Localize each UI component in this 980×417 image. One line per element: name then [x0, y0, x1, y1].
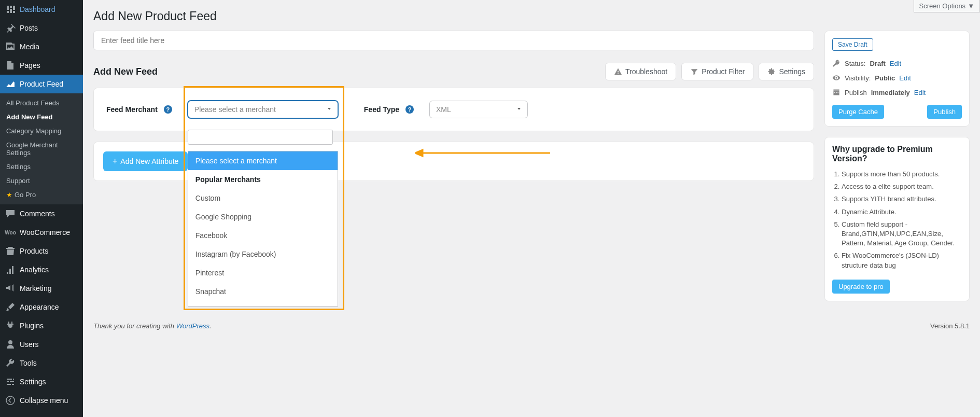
- merchant-option[interactable]: Pinterest: [188, 263, 338, 282]
- help-icon[interactable]: ?: [405, 105, 414, 114]
- edit-status-link[interactable]: Edit: [890, 60, 901, 67]
- sidebar-item-appearance[interactable]: Appearance: [0, 298, 83, 316]
- merchant-option[interactable]: Custom: [188, 189, 338, 207]
- merchant-option[interactable]: Google Shopping: [188, 207, 338, 226]
- merchant-option-list[interactable]: Please select a merchant Popular Merchan…: [188, 151, 338, 307]
- admin-sidebar: Dashboard Posts Media Pages Product Feed…: [0, 0, 83, 351]
- svg-marker-2: [415, 150, 423, 156]
- sidebar-item-comments[interactable]: Comments: [0, 204, 83, 223]
- purge-cache-button[interactable]: Purge Cache: [832, 105, 884, 119]
- save-draft-button[interactable]: Save Draft: [832, 38, 873, 51]
- warning-icon: [614, 67, 622, 76]
- sidebar-item-users[interactable]: Users: [0, 335, 83, 351]
- key-icon: [832, 59, 841, 67]
- merchant-option[interactable]: Bing: [188, 301, 338, 307]
- upgrade-title: Why upgrade to Premium Version?: [832, 145, 962, 163]
- sidebar-submenu: All Product Feeds Add New Feed Category …: [0, 93, 83, 204]
- sidebar-item-dashboard[interactable]: Dashboard: [0, 0, 83, 19]
- user-icon: [5, 339, 16, 350]
- pin-icon: [5, 23, 16, 33]
- help-icon[interactable]: ?: [164, 105, 172, 114]
- sidebar-item-media[interactable]: Media: [0, 37, 83, 56]
- feed-type-select[interactable]: XML: [429, 101, 528, 118]
- merchant-option[interactable]: Snapchat: [188, 282, 338, 301]
- sidebar-label: Product Feed: [20, 80, 63, 88]
- settings-button[interactable]: Settings: [759, 63, 814, 80]
- submenu-add-new-feed[interactable]: Add New Feed: [0, 110, 83, 124]
- sidebar-label: Plugins: [20, 322, 44, 330]
- status-row: Status: Draft Edit: [832, 56, 962, 71]
- submenu-go-pro[interactable]: ★Go Pro: [0, 188, 83, 202]
- sidebar-label: Dashboard: [20, 5, 55, 13]
- sidebar-item-posts[interactable]: Posts: [0, 19, 83, 37]
- merchant-card: Feed Merchant ? Please select a merchant: [93, 88, 814, 131]
- panel-header: Add New Feed Troubleshoot Product Filter…: [93, 63, 814, 80]
- main-content: Screen Options ▼ Add New Product Feed Ad…: [83, 0, 980, 351]
- wordpress-link[interactable]: WordPress: [176, 322, 209, 330]
- calendar-icon: [832, 88, 841, 96]
- megaphone-icon: [5, 283, 16, 294]
- list-item: Custom field support - Brand,GTIN,MPN,UP…: [842, 220, 962, 248]
- sidebar-label: WooCommerce: [20, 228, 70, 237]
- merchant-select[interactable]: Please select a merchant: [188, 101, 338, 118]
- annotation-arrow-icon: [415, 148, 550, 158]
- list-item: Access to a elite support team.: [842, 182, 962, 191]
- merchant-group-header: Popular Merchants: [188, 170, 338, 189]
- sidebar-label: Posts: [20, 24, 38, 32]
- feed-title-input[interactable]: [93, 31, 814, 50]
- troubleshoot-button[interactable]: Troubleshoot: [605, 63, 676, 80]
- comments-icon: [5, 208, 16, 219]
- submenu-category-mapping[interactable]: Category Mapping: [0, 124, 83, 138]
- media-icon: [5, 41, 16, 52]
- chevron-down-icon: [326, 105, 332, 114]
- sidebar-item-products[interactable]: Products: [0, 242, 83, 260]
- brush-icon: [5, 302, 16, 312]
- version-label: Version 5.8.1: [930, 322, 970, 330]
- filter-icon: [690, 67, 698, 76]
- star-icon: ★: [6, 191, 12, 199]
- product-filter-button[interactable]: Product Filter: [681, 63, 753, 80]
- sidebar-label: Pages: [20, 61, 40, 70]
- sidebar-item-pages[interactable]: Pages: [0, 56, 83, 75]
- sidebar-item-marketing[interactable]: Marketing: [0, 279, 83, 298]
- sidebar-item-woocommerce[interactable]: WooWooCommerce: [0, 223, 83, 242]
- publish-box: Save Draft Status: Draft Edit Visibility…: [824, 31, 970, 127]
- submenu-support[interactable]: Support: [0, 174, 83, 188]
- dashboard-icon: [5, 4, 16, 15]
- panel-title: Add New Feed: [93, 66, 158, 77]
- schedule-row: Publish immediately Edit: [832, 85, 962, 100]
- merchant-option[interactable]: Instagram (by Facebook): [188, 245, 338, 263]
- submenu-google-merchant[interactable]: Google Merchant Settings: [0, 138, 83, 160]
- submenu-settings[interactable]: Settings: [0, 160, 83, 174]
- chart-icon: [5, 79, 16, 89]
- sidebar-label: Marketing: [20, 284, 51, 293]
- chevron-down-icon: [516, 105, 522, 114]
- list-item: Supports more than 50 products.: [842, 170, 962, 179]
- admin-footer: Thank you for creating with WordPress. V…: [93, 312, 970, 340]
- sidebar-label: Media: [20, 43, 39, 51]
- products-icon: [5, 246, 16, 256]
- publish-button[interactable]: Publish: [927, 105, 962, 119]
- add-new-attribute-button[interactable]: + Add New Attribute: [103, 151, 188, 171]
- sidebar-label: Users: [20, 340, 39, 349]
- merchant-option-placeholder[interactable]: Please select a merchant: [188, 151, 338, 170]
- edit-schedule-link[interactable]: Edit: [914, 89, 926, 96]
- woo-icon: Woo: [5, 227, 16, 238]
- upgrade-to-pro-button[interactable]: Upgrade to pro: [832, 280, 890, 294]
- chevron-down-icon: ▼: [968, 2, 974, 10]
- list-item: Fix WooCommerce's (JSON-LD) structure da…: [842, 251, 962, 270]
- screen-options-button[interactable]: Screen Options ▼: [914, 0, 980, 12]
- list-item: Dynamic Attribute.: [842, 207, 962, 217]
- submenu-all-feeds[interactable]: All Product Feeds: [0, 96, 83, 110]
- eye-icon: [832, 74, 841, 82]
- sidebar-item-product-feed[interactable]: Product Feed: [0, 75, 83, 93]
- feed-merchant-label: Feed Merchant: [106, 105, 158, 114]
- sidebar-label: Comments: [20, 210, 55, 218]
- sidebar-label: Products: [20, 247, 48, 255]
- sidebar-item-plugins[interactable]: Plugins: [0, 316, 83, 335]
- sidebar-item-analytics[interactable]: Analytics: [0, 260, 83, 279]
- merchant-search-input[interactable]: [188, 130, 333, 145]
- feed-type-label: Feed Type: [364, 105, 399, 114]
- merchant-option[interactable]: Facebook: [188, 226, 338, 245]
- edit-visibility-link[interactable]: Edit: [899, 74, 911, 82]
